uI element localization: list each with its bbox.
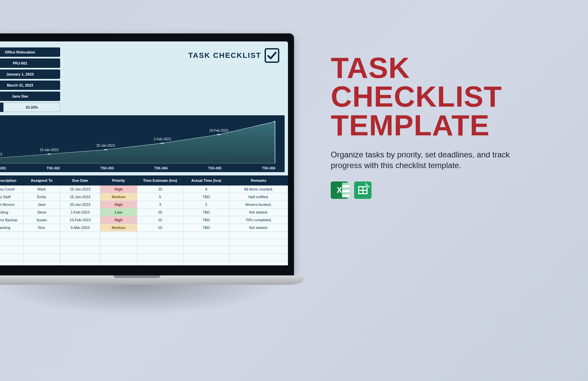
table-cell bbox=[229, 261, 288, 266]
timeline-chart: 10-Jan-202315-Jan-202320-Jan-20231-Feb-2… bbox=[0, 115, 285, 172]
chart-x-tick: TSK-001 bbox=[0, 166, 6, 170]
table-cell: Not started. bbox=[229, 224, 288, 232]
end-date-pill: March 31, 2023 bbox=[0, 81, 60, 90]
checklist-title: TASK CHECKLIST bbox=[188, 51, 261, 60]
sheets-grid-glyph bbox=[358, 186, 368, 194]
table-cell: 10 bbox=[137, 185, 183, 193]
chart-x-tick: TSK-006 bbox=[262, 166, 275, 170]
table-cell bbox=[100, 246, 137, 254]
table-cell bbox=[100, 254, 137, 261]
svg-point-4 bbox=[217, 134, 221, 135]
table-cell: Jane bbox=[23, 201, 60, 209]
table-cell bbox=[60, 261, 100, 266]
table-cell: Packing bbox=[0, 209, 23, 216]
format-icons-row: X bbox=[331, 181, 548, 199]
table-cell bbox=[229, 254, 288, 261]
table-cell: High bbox=[100, 201, 137, 209]
table-cell bbox=[60, 254, 100, 261]
table-cell bbox=[100, 232, 137, 239]
table-cell bbox=[137, 246, 183, 254]
table-cell bbox=[23, 232, 60, 239]
table-cell bbox=[100, 239, 137, 246]
table-cell bbox=[183, 239, 229, 246]
table-cell: Half notified. bbox=[229, 193, 288, 201]
table-row-empty bbox=[0, 254, 288, 261]
table-cell: Steve bbox=[23, 209, 60, 216]
table-cell bbox=[23, 261, 60, 266]
task-table: Task DescriptionAssigned ToDue DatePrior… bbox=[0, 175, 288, 265]
table-cell: 10-Jan-2023 bbox=[60, 185, 100, 193]
table-row-empty bbox=[0, 232, 288, 239]
table-cell bbox=[100, 261, 137, 266]
chart-x-tick: TSK-004 bbox=[154, 166, 168, 170]
table-cell bbox=[137, 232, 183, 239]
table-cell bbox=[137, 254, 183, 261]
table-column-header: Remarks bbox=[229, 176, 288, 185]
table-cell bbox=[0, 246, 23, 254]
start-date-pill: January 1, 2023 bbox=[0, 70, 60, 79]
table-cell bbox=[0, 261, 23, 266]
table-row-empty bbox=[0, 246, 288, 254]
google-sheets-icon bbox=[354, 181, 372, 199]
table-cell: Medium bbox=[100, 193, 137, 201]
table-cell: 2 bbox=[183, 201, 229, 209]
project-meta-column: Office Relocation PRJ-001 January 1, 202… bbox=[0, 41, 60, 112]
table-cell bbox=[183, 232, 229, 239]
excel-x-glyph: X bbox=[337, 185, 342, 195]
table-cell bbox=[0, 232, 23, 239]
table-cell: IT Systems Backup bbox=[0, 216, 23, 224]
progress-percent-label: 33.33% bbox=[3, 103, 60, 112]
table-cell bbox=[137, 261, 183, 266]
table-row: UnpackingRon5-Mar-2023Medium10TBDNot sta… bbox=[0, 224, 288, 232]
table-cell: Inventory Count bbox=[0, 185, 23, 193]
table-row: IT Systems BackupSusan10-Feb-2023High15T… bbox=[0, 216, 288, 224]
checklist-title-block: TASK CHECKLIST bbox=[188, 48, 279, 63]
chart-point-label: 10-Feb-2023 bbox=[209, 129, 228, 132]
table-cell: 70% completed. bbox=[229, 216, 288, 224]
table-column-header: Due Date bbox=[60, 176, 100, 185]
table-cell: Susan bbox=[23, 216, 60, 224]
table-cell bbox=[0, 254, 23, 261]
table-cell: TBD bbox=[183, 216, 229, 224]
table-column-header: Time Estimate (hrs) bbox=[137, 176, 183, 185]
table-cell bbox=[23, 246, 60, 254]
chart-point-label: 1-Feb-2023 bbox=[154, 137, 171, 141]
chart-point-label: 20-Jan-2023 bbox=[96, 144, 115, 147]
checkmark-icon bbox=[265, 48, 279, 63]
svg-point-1 bbox=[47, 153, 51, 154]
table-cell: TBD bbox=[183, 193, 229, 201]
table-header-row: Task DescriptionAssigned ToDue DatePrior… bbox=[0, 176, 288, 185]
table-cell: High bbox=[100, 216, 137, 224]
table-cell: Not started. bbox=[229, 209, 288, 216]
laptop-base bbox=[0, 275, 303, 285]
table-cell bbox=[183, 261, 229, 266]
table-row: Contact MoversJane20-Jan-2023High32Mover… bbox=[0, 201, 288, 209]
table-cell: Unpacking bbox=[0, 224, 23, 232]
table-column-header: Priority bbox=[100, 176, 137, 185]
excel-icon: X bbox=[331, 181, 348, 199]
table-cell bbox=[60, 246, 100, 254]
laptop-mockup: Office Relocation PRJ-001 January 1, 202… bbox=[0, 33, 294, 285]
table-cell: 20-Jan-2023 bbox=[60, 201, 100, 209]
table-cell bbox=[229, 232, 288, 239]
table-cell: 9 bbox=[183, 185, 229, 193]
table-cell bbox=[0, 239, 23, 246]
chart-point-label: 15-Jan-2023 bbox=[40, 148, 58, 152]
headline: TASK CHECKLIST TEMPLATE bbox=[331, 53, 548, 140]
svg-point-3 bbox=[160, 143, 164, 144]
table-cell: Notify Staff bbox=[0, 193, 23, 201]
table-body: Inventory CountMark10-Jan-2023High109All… bbox=[0, 185, 288, 266]
headline-line-3: TEMPLATE bbox=[331, 111, 548, 140]
table-cell bbox=[23, 239, 60, 246]
owner-pill: Jane Doe bbox=[0, 92, 60, 101]
marketing-panel: TASK CHECKLIST TEMPLATE Organize tasks b… bbox=[331, 53, 548, 199]
table-cell bbox=[229, 239, 288, 246]
table-cell: Low bbox=[100, 209, 137, 216]
table-cell: 3 bbox=[137, 201, 183, 209]
table-cell: Movers booked. bbox=[229, 201, 288, 209]
table-cell: Mark bbox=[23, 185, 60, 193]
table-cell: Ron bbox=[23, 224, 60, 232]
table-row: PackingSteve1-Feb-2023Low20TBDNot starte… bbox=[0, 209, 288, 216]
chart-x-axis: TSK-001TSK-002TSK-003TSK-004TSK-005TSK-0… bbox=[0, 166, 275, 170]
chart-point-label: 10-Jan-2023 bbox=[0, 152, 2, 156]
